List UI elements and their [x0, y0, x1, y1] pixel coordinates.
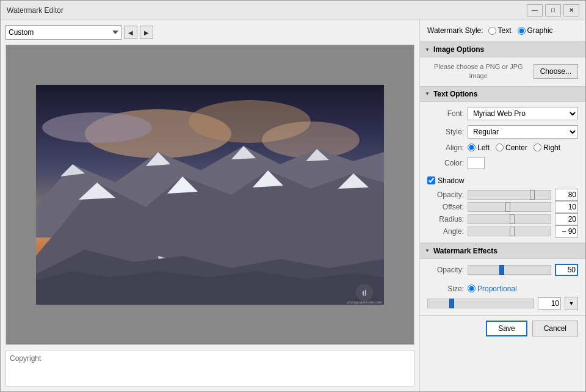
- right-panel: Watermark Style: Text Graphic ▼ Image Op…: [419, 20, 585, 391]
- color-row: Color:: [427, 157, 578, 169]
- preset-dropdown[interactable]: Custom: [5, 25, 121, 40]
- shadow-radius-slider[interactable]: [468, 214, 551, 224]
- title-bar-left: Watermark Editor: [7, 6, 63, 15]
- collapse-triangle-effects: ▼: [425, 248, 430, 253]
- effects-opacity-input[interactable]: [555, 264, 578, 276]
- shadow-opacity-label: Opacity:: [427, 191, 464, 199]
- align-label: Align:: [427, 143, 464, 152]
- image-options-body: Please choose a PNG or JPG image Choose.…: [420, 57, 585, 86]
- size-proportional[interactable]: Proportional: [468, 285, 517, 293]
- shadow-label: Shadow: [438, 176, 464, 185]
- text-options-header[interactable]: ▼ Text Options: [420, 86, 585, 102]
- svg-point-4: [42, 112, 152, 143]
- size-row: Size: Proportional: [420, 281, 585, 297]
- shadow-radius-row: Radius:: [427, 213, 578, 225]
- shadow-checkbox-label[interactable]: Shadow: [427, 176, 464, 185]
- watermark-editor-window: Watermark Editor — □ ✕ Custom ◀ ▶: [0, 0, 586, 392]
- style-row: Style: Regular: [427, 125, 578, 139]
- size-label: Size:: [427, 285, 464, 293]
- style-dropdown[interactable]: Regular: [468, 125, 578, 139]
- watermark-effects-header[interactable]: ▼ Watermark Effects: [420, 243, 585, 259]
- watermark-effects-title: Watermark Effects: [433, 247, 497, 255]
- maximize-button[interactable]: □: [545, 4, 561, 16]
- shadow-checkbox[interactable]: [427, 176, 435, 184]
- shadow-opacity-input[interactable]: [555, 189, 578, 201]
- align-right[interactable]: Right: [534, 143, 560, 152]
- align-row: Align: Left Center Right: [427, 143, 578, 152]
- watermark-style-radio-group: Text Graphic: [488, 26, 553, 35]
- text-options-title: Text Options: [433, 90, 477, 98]
- nav-prev-button[interactable]: ◀: [124, 26, 137, 39]
- shadow-opacity-slider[interactable]: [468, 190, 551, 200]
- image-prompt: Please choose a PNG or JPG image: [427, 62, 530, 81]
- minimize-button[interactable]: —: [527, 4, 543, 16]
- shadow-angle-slider[interactable]: [468, 227, 551, 236]
- radio-graphic[interactable]: Graphic: [518, 26, 553, 35]
- align-center[interactable]: Center: [496, 143, 527, 152]
- shadow-offset-thumb[interactable]: [505, 202, 510, 212]
- image-options-title: Image Options: [433, 45, 484, 54]
- svg-text:tl: tl: [362, 289, 367, 297]
- window-title: Watermark Editor: [7, 6, 63, 15]
- collapse-triangle-text: ▼: [425, 91, 430, 96]
- shadow-angle-input[interactable]: [555, 225, 578, 238]
- color-label: Color:: [427, 159, 464, 167]
- shadow-radius-label: Radius:: [427, 215, 464, 223]
- image-choose-row: Please choose a PNG or JPG image Choose.…: [427, 62, 578, 81]
- main-content: Custom ◀ ▶: [1, 20, 585, 391]
- size-dropdown-button[interactable]: ▼: [565, 297, 578, 310]
- cancel-button[interactable]: Cancel: [532, 321, 578, 336]
- shadow-offset-label: Offset:: [427, 203, 464, 211]
- shadow-radius-thumb[interactable]: [510, 214, 515, 224]
- color-swatch[interactable]: [468, 157, 485, 169]
- toolbar: Custom ◀ ▶: [5, 25, 414, 40]
- left-panel: Custom ◀ ▶: [1, 20, 419, 391]
- font-label: Font:: [427, 109, 464, 118]
- close-button[interactable]: ✕: [563, 4, 579, 16]
- size-slider[interactable]: [427, 299, 534, 308]
- effects-opacity-thumb[interactable]: [499, 265, 504, 275]
- collapse-triangle-image: ▼: [425, 47, 430, 53]
- shadow-offset-row: Offset:: [427, 201, 578, 213]
- bottom-buttons: Save Cancel: [420, 315, 585, 341]
- style-label: Style:: [427, 128, 464, 136]
- size-slider-row: ▼: [420, 297, 585, 315]
- watermark-effects-body: Opacity:: [420, 259, 585, 281]
- save-button[interactable]: Save: [486, 321, 527, 336]
- shadow-radius-input[interactable]: [555, 213, 578, 225]
- mountain-scene-svg: tl photographersite.com: [36, 85, 384, 305]
- shadow-opacity-row: Opacity:: [427, 189, 578, 201]
- shadow-opacity-thumb[interactable]: [530, 190, 535, 200]
- shadow-angle-row: Angle:: [427, 225, 578, 238]
- radio-text[interactable]: Text: [488, 26, 512, 35]
- shadow-section: Shadow Opacity: Offset:: [420, 174, 585, 243]
- shadow-angle-thumb[interactable]: [510, 227, 515, 236]
- title-bar-controls: — □ ✕: [527, 4, 579, 16]
- effects-opacity-row: Opacity:: [427, 264, 578, 276]
- font-dropdown[interactable]: Myriad Web Pro: [468, 107, 578, 120]
- proportional-label: Proportional: [477, 285, 517, 293]
- svg-text:photographersite.com: photographersite.com: [347, 300, 382, 304]
- effects-opacity-slider[interactable]: [468, 265, 551, 275]
- copyright-text-area[interactable]: Copyright: [5, 350, 414, 387]
- title-bar: Watermark Editor — □ ✕: [1, 1, 585, 20]
- copyright-text: Copyright: [10, 354, 41, 363]
- preview-image: tl photographersite.com: [36, 85, 384, 305]
- effects-opacity-label: Opacity:: [427, 266, 464, 274]
- font-row: Font: Myriad Web Pro: [427, 107, 578, 120]
- align-left[interactable]: Left: [468, 143, 490, 152]
- size-thumb[interactable]: [449, 299, 454, 308]
- align-group: Left Center Right: [468, 143, 560, 152]
- text-options-body: Font: Myriad Web Pro Style: Regular Alig…: [420, 102, 585, 174]
- preview-area: tl photographersite.com: [5, 45, 414, 345]
- shadow-angle-label: Angle:: [427, 227, 464, 236]
- watermark-style-label: Watermark Style:: [427, 26, 483, 35]
- watermark-style-row: Watermark Style: Text Graphic: [420, 20, 585, 42]
- choose-button[interactable]: Choose...: [534, 64, 578, 79]
- nav-next-button[interactable]: ▶: [140, 26, 153, 39]
- shadow-offset-input[interactable]: [555, 201, 578, 213]
- image-options-header[interactable]: ▼ Image Options: [420, 42, 585, 57]
- shadow-header-row: Shadow: [427, 176, 578, 185]
- size-input[interactable]: [538, 297, 561, 310]
- shadow-offset-slider[interactable]: [468, 202, 551, 212]
